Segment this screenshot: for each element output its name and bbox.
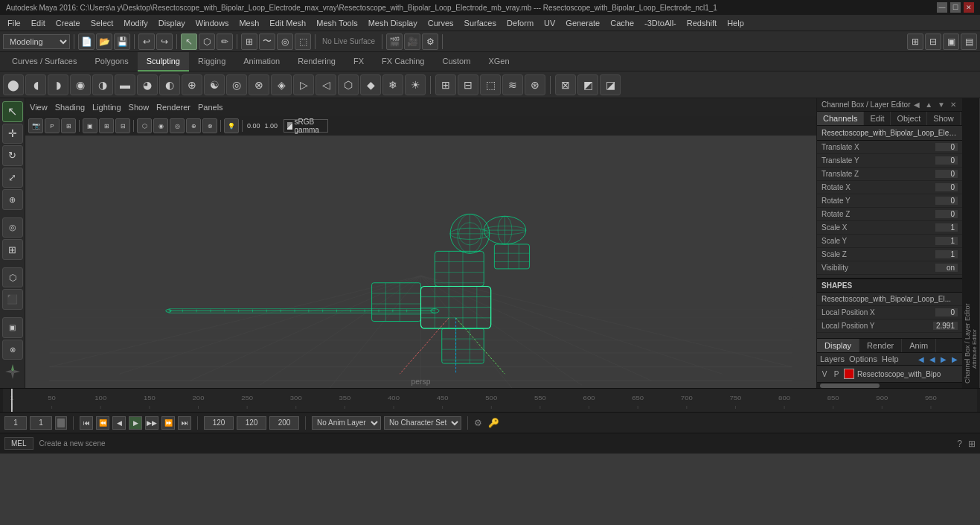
sculpt-stamp[interactable]: ⬚ [480,74,501,95]
sculpt-flood[interactable]: ≋ [502,74,523,95]
lasso-tool-button[interactable]: ⬡ [199,34,215,50]
layers-menu-layers[interactable]: Layers [820,354,845,363]
frame-thumb[interactable] [55,416,67,430]
timeline-ruler[interactable]: 1 50 100 150 200 250 300 350 400 450 [0,389,980,412]
menu-generate[interactable]: Generate [561,17,604,29]
cb-scroll-down[interactable]: ▼ [936,101,947,109]
prev-key-button[interactable]: ⏪ [96,416,109,430]
snap-curve-button[interactable]: 〜 [259,34,275,50]
sculpt-freeze-tool[interactable]: ❄ [382,74,403,95]
go-end-button[interactable]: ⏭ [178,416,191,430]
universal-manip-button[interactable]: ⊕ [2,189,23,210]
next-key-button[interactable]: ⏩ [161,416,175,430]
tab-animation[interactable]: Animation [234,52,289,71]
sculpt-smooth-tool[interactable]: ◗ [48,74,68,95]
rotate-tool-button[interactable]: ↻ [2,145,23,166]
menu-cache[interactable]: Cache [606,17,638,29]
vp-menu-panels[interactable]: Panels [198,103,223,112]
sculpt-falloff[interactable]: ◪ [600,74,621,95]
vp-menu-lighting[interactable]: Lighting [92,103,121,112]
new-scene-button[interactable]: 📄 [78,34,95,50]
layers-menu-help[interactable]: Help [882,354,899,363]
tab-fx-caching[interactable]: FX Caching [373,52,433,71]
vp-menu-renderer[interactable]: Renderer [156,103,190,112]
vp-menu-show[interactable]: Show [129,103,150,112]
tab-polygons[interactable]: Polygons [86,52,137,71]
menu-uv[interactable]: UV [539,17,560,29]
soft-select-button[interactable]: ◎ [2,217,23,238]
tab-rendering[interactable]: Rendering [289,52,345,71]
cb-tab-edit[interactable]: Edit [864,112,891,125]
menu-display[interactable]: Display [154,17,190,29]
channel-visibility[interactable]: Visibility on [817,261,962,275]
tab-fx[interactable]: FX [345,52,373,71]
display-mode-1[interactable]: ▣ [943,34,959,50]
layer-arrow-4[interactable]: ▶ [950,355,959,363]
vp-shade-mode-1[interactable]: ⬡ [137,118,152,133]
ipr-render-button[interactable]: 🎥 [404,34,420,50]
sculpt-bulge-tool[interactable]: ⬡ [338,74,359,95]
open-scene-button[interactable]: 📂 [96,34,112,50]
tab-sculpting[interactable]: Sculpting [138,52,189,71]
cb-tab-object[interactable]: Object [891,112,927,125]
channel-scale-x[interactable]: Scale X 1 [817,221,962,235]
sculpt-pinch-tool[interactable]: ◑ [92,74,113,95]
sculpt-invert[interactable]: ⊛ [525,74,545,95]
select-tool-button[interactable]: ↖ [181,34,197,50]
render-settings-button[interactable]: ⚙ [422,34,438,50]
vp-persp-button[interactable]: P [45,118,60,133]
menu-file[interactable]: File [3,17,25,29]
menu-curves[interactable]: Curves [423,17,458,29]
channel-scale-z[interactable]: Scale Z 1 [817,248,962,261]
cb-scroll-up[interactable]: ▲ [923,101,934,109]
anim-layer-selector[interactable]: No Anim Layer [312,416,381,430]
local-position-x[interactable]: Local Position X 0 [817,306,962,319]
menu-redshift[interactable]: Redshift [682,17,721,29]
layer-scrollbar[interactable] [817,382,962,388]
lasso-select-button[interactable]: ⬡ [2,267,23,288]
sculpt-unfreeze-tool[interactable]: ☀ [405,74,426,95]
menu-modify[interactable]: Modify [119,17,152,29]
layers-menu-options[interactable]: Options [849,354,877,363]
menu-edit-mesh[interactable]: Edit Mesh [265,17,310,29]
vp-shade-mode-2[interactable]: ◉ [153,118,168,133]
current-frame-input[interactable] [30,416,52,430]
redo-button[interactable]: ↪ [156,34,173,50]
layer-arrow-3[interactable]: ▶ [939,355,948,363]
paint-ops-button[interactable]: ⬛ [2,289,23,310]
sculpt-imprint-tool[interactable]: ☯ [204,74,225,95]
menu-surfaces[interactable]: Surfaces [460,17,501,29]
cb-tab-channels[interactable]: Channels [817,112,864,125]
sculpt-spray-tool[interactable]: ◐ [159,74,180,95]
show-all-button[interactable]: ▣ [2,317,23,338]
region-of-effect-button[interactable]: ⊞ [2,239,23,260]
select-mode-button[interactable]: ↖ [2,101,23,122]
snap-grid-button[interactable]: ⊞ [241,34,257,50]
play-fwd-button[interactable]: ▶ [129,416,142,430]
prev-frame-button[interactable]: ◀ [112,416,126,430]
menu-help[interactable]: Help [723,17,749,29]
paint-select-button[interactable]: ✏ [217,34,233,50]
vp-menu-shading[interactable]: Shading [55,103,85,112]
workspace-selector[interactable]: Modeling Rigging Animation Rendering Scu… [3,34,70,49]
range-end-frame-input[interactable] [204,416,234,430]
scale-tool-button[interactable]: ⤢ [2,168,23,188]
scene-icon[interactable]: ⊞ [968,439,976,449]
sculpt-settings-1[interactable]: ⊞ [435,74,456,95]
vp-display-3[interactable]: ⊟ [115,118,130,133]
display-mode-2[interactable]: ▤ [961,34,977,50]
render-button[interactable]: 🎬 [386,34,403,50]
undo-button[interactable]: ↩ [138,34,155,50]
tab-curves-surfaces[interactable]: Curves / Surfaces [3,52,86,71]
cb-close[interactable]: ✕ [949,101,958,109]
sculpt-normal[interactable]: ◩ [577,74,598,95]
sculpt-foamy-tool[interactable]: ◕ [137,74,158,95]
viewport[interactable]: View Shading Lighting Show Renderer Pane… [25,98,816,388]
tab-custom[interactable]: Custom [434,52,480,71]
vp-camera-button[interactable]: 📷 [28,118,43,133]
vp-shade-mode-4[interactable]: ⊕ [186,118,201,133]
menu-3dtoall[interactable]: -3DtoAll- [640,17,681,29]
vp-gamma-selector[interactable]: sRGB gamma [284,119,328,133]
save-scene-button[interactable]: 💾 [114,34,130,50]
move-tool-button[interactable]: ✛ [2,124,23,144]
